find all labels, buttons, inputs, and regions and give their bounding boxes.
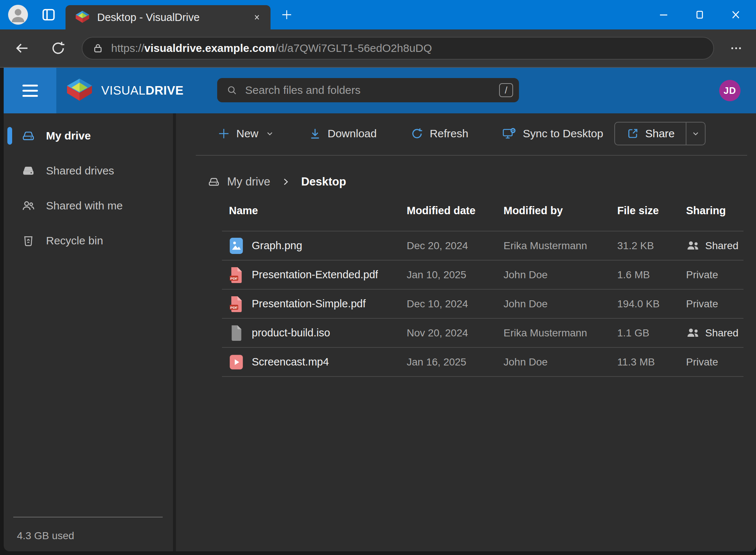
name-cell: Graph.png: [229, 237, 407, 254]
shared-people-icon: [686, 327, 700, 339]
visualdrive-favicon: [75, 10, 90, 25]
table-row[interactable]: Screencast.mp4 Jan 16, 2025 John Doe 11.…: [222, 348, 743, 377]
file-modified-by: John Doe: [504, 269, 617, 281]
tab-title: Desktop - VisualDrive: [97, 11, 249, 24]
pdf-file-icon: PDF: [229, 266, 244, 283]
file-size: 1.6 MB: [617, 269, 686, 281]
new-button-label: New: [236, 127, 258, 140]
column-header-name[interactable]: Name: [229, 205, 407, 217]
url-path: /d/a7QWi7GLT1-56edO2h8uDQ: [275, 42, 432, 54]
sidebar-item-recycle-bin[interactable]: Recycle bin: [4, 230, 173, 251]
table-row[interactable]: PDF Presentation-Simple.pdf Dec 10, 2024…: [222, 290, 743, 319]
reload-icon[interactable]: [50, 40, 66, 56]
column-header-sharing[interactable]: Sharing: [686, 205, 743, 217]
sidebar-item-label: Shared with me: [46, 199, 123, 212]
share-icon: [626, 127, 639, 140]
browser-menu-icon[interactable]: [728, 40, 744, 56]
tab-switcher-icon[interactable]: [40, 7, 57, 23]
breadcrumb-current[interactable]: Desktop: [301, 175, 346, 188]
close-icon[interactable]: [729, 8, 742, 21]
file-size: 1.1 GB: [617, 327, 686, 339]
name-cell: product-build.iso: [229, 325, 407, 342]
chevron-down-icon: [265, 129, 275, 138]
visualdrive-logo-icon: [64, 77, 95, 104]
browser-toolbar: https://visualdrive.example.com/d/a7QWi7…: [0, 29, 756, 68]
sync-to-desktop-button[interactable]: Sync to Desktop: [502, 127, 603, 140]
image-file-icon: [229, 237, 244, 254]
browser-tab-active[interactable]: Desktop - VisualDrive: [66, 5, 271, 29]
user-avatar[interactable]: JD: [719, 80, 741, 101]
sidebar-item-shared-with-me[interactable]: Shared with me: [4, 195, 173, 216]
url-scheme: https://: [111, 42, 144, 54]
back-icon[interactable]: [14, 40, 30, 56]
minimize-icon[interactable]: [657, 8, 670, 21]
svg-text:PDF: PDF: [230, 276, 238, 280]
breadcrumb-root[interactable]: My drive: [227, 175, 270, 188]
table-row[interactable]: Graph.png Dec 20, 2024 Erika Mustermann …: [222, 231, 743, 261]
file-table: Name Modified date Modified by File size…: [222, 190, 743, 377]
refresh-button[interactable]: Refresh: [410, 127, 468, 140]
file-modified-by: Erika Mustermann: [504, 327, 617, 339]
new-button[interactable]: New: [217, 127, 275, 140]
sidebar-item-shared-drives[interactable]: Shared drives: [4, 160, 173, 181]
video-file-icon: [229, 354, 244, 371]
file-modified-by: John Doe: [504, 298, 617, 310]
maximize-icon[interactable]: [693, 8, 706, 21]
file-modified-date: Nov 20, 2024: [407, 327, 504, 339]
sharing-status: Private: [686, 298, 718, 310]
column-header-modified-by[interactable]: Modified by: [504, 205, 617, 217]
sharing-cell: Shared: [686, 240, 743, 252]
share-button-label: Share: [645, 127, 675, 140]
new-tab-icon[interactable]: [279, 7, 295, 23]
sharing-cell: Private: [686, 269, 743, 281]
pdf-file-icon: PDF: [229, 296, 244, 312]
table-header-row: Name Modified date Modified by File size…: [222, 190, 743, 231]
window-controls: [657, 8, 756, 21]
file-name: Presentation-Extended.pdf: [252, 269, 378, 281]
sidebar-item-label: Recycle bin: [46, 234, 103, 247]
tab-close-icon[interactable]: [249, 10, 265, 25]
browser-titlebar: Desktop - VisualDrive: [0, 0, 756, 29]
drive-icon: [21, 128, 36, 143]
search-input[interactable]: [245, 84, 499, 96]
address-bar[interactable]: https://visualdrive.example.com/d/a7QWi7…: [82, 37, 714, 60]
shared-people-icon: [686, 240, 700, 252]
chevron-down-icon: [691, 129, 700, 138]
sidebar-item-my-drive[interactable]: My drive: [4, 125, 173, 146]
sharing-status: Private: [686, 269, 718, 281]
file-size: 31.2 KB: [617, 240, 686, 252]
sharing-status: Shared: [705, 240, 738, 252]
table-row[interactable]: product-build.iso Nov 20, 2024 Erika Mus…: [222, 319, 743, 348]
drive-icon: [207, 175, 220, 188]
file-name: product-build.iso: [252, 327, 330, 339]
lock-icon[interactable]: [92, 42, 104, 54]
hamburger-menu-icon[interactable]: [4, 68, 56, 113]
share-dropdown-button[interactable]: [686, 123, 705, 145]
column-header-modified-date[interactable]: Modified date: [407, 205, 504, 217]
sidebar: My drive Shared drives Shared with me Re…: [4, 113, 173, 551]
search-bar[interactable]: /: [217, 78, 519, 102]
browser-profile-avatar[interactable]: [8, 5, 28, 25]
name-cell: PDF Presentation-Simple.pdf: [229, 296, 407, 312]
sharing-status: Private: [686, 356, 718, 368]
column-header-file-size[interactable]: File size: [617, 205, 686, 217]
active-indicator: [7, 127, 12, 145]
recycle-bin-icon: [21, 233, 36, 248]
storage-used-text: 4.3 GB used: [13, 530, 163, 542]
sidebar-footer: 4.3 GB used: [13, 517, 163, 542]
share-split-button: Share: [614, 122, 706, 145]
sharing-cell: Shared: [686, 327, 743, 339]
brand-name: VISUALDRIVE: [101, 84, 184, 98]
download-button-label: Download: [328, 127, 377, 140]
share-button[interactable]: Share: [615, 123, 686, 145]
sidebar-item-label: Shared drives: [46, 165, 114, 177]
sharing-status: Shared: [705, 327, 738, 339]
search-icon: [226, 84, 238, 96]
table-row[interactable]: PDF Presentation-Extended.pdf Jan 10, 20…: [222, 261, 743, 290]
file-list: Graph.png Dec 20, 2024 Erika Mustermann …: [222, 231, 743, 377]
file-name: Graph.png: [252, 240, 302, 252]
download-button[interactable]: Download: [308, 127, 377, 140]
app-header: VISUALDRIVE / JD: [0, 68, 756, 113]
brand-logo[interactable]: VISUALDRIVE: [64, 77, 184, 104]
file-size: 194.0 KB: [617, 298, 686, 310]
